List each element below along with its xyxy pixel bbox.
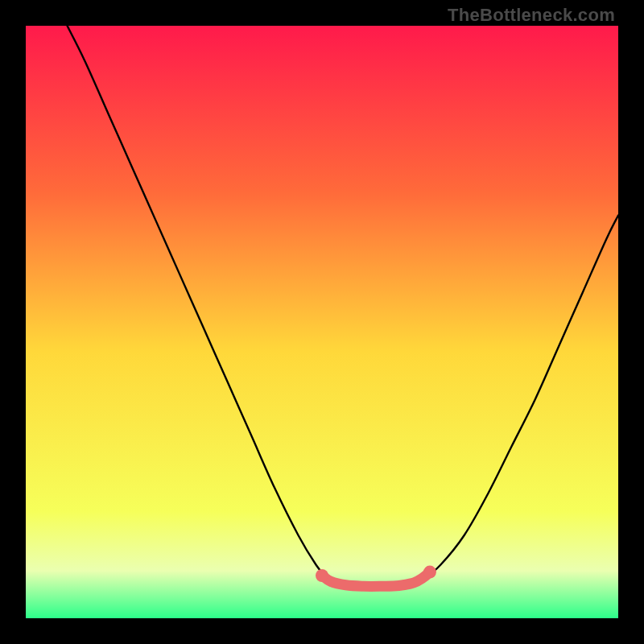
- watermark-text: TheBottleneck.com: [448, 5, 615, 26]
- marker-dot: [423, 566, 436, 579]
- chart-frame: TheBottleneck.com: [0, 0, 644, 644]
- chart-svg: [26, 26, 618, 618]
- gradient-background: [26, 26, 618, 618]
- marker-dot: [316, 569, 328, 582]
- plot-area: [26, 26, 618, 618]
